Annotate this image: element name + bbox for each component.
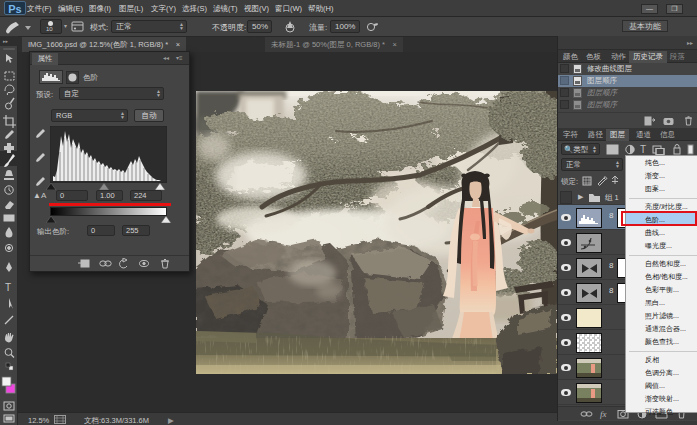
svg-text:fx: fx xyxy=(600,409,607,419)
svg-text:T: T xyxy=(5,282,11,293)
svg-text:T: T xyxy=(640,144,646,155)
